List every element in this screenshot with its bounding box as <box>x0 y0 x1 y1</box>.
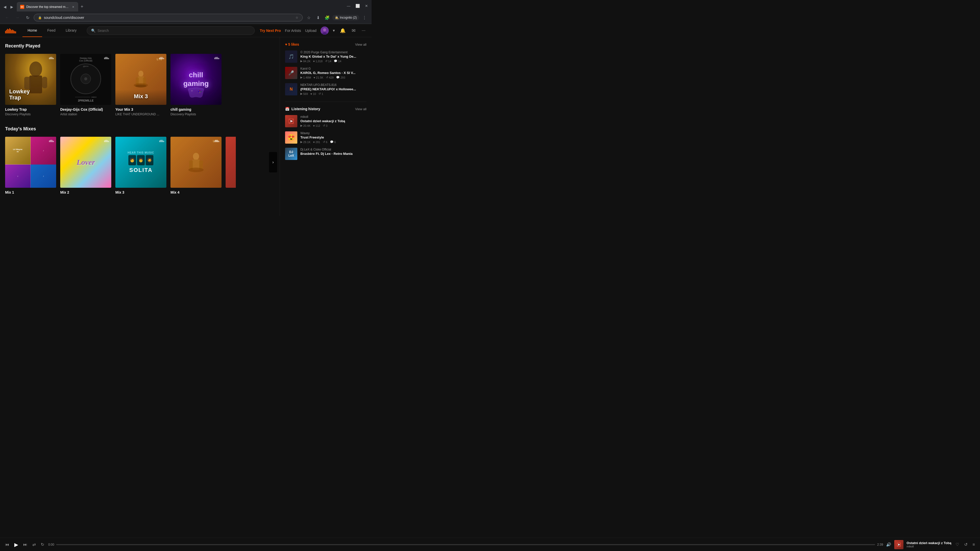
history-title-1: Ostatni dzień wakacji z Tobą <box>301 119 366 123</box>
history-track-3[interactable]: DJLeX Dj LeX & Ciske Official Brasbère F… <box>285 148 366 160</box>
plays-stat-1: ▶ 84.2K <box>301 59 310 63</box>
history-view-all[interactable]: View all <box>355 107 366 111</box>
nav-feed[interactable]: Feed <box>42 24 60 37</box>
track-artist-3: NEKTAR.UFO.BEATS.816 <box>301 83 366 87</box>
card-title-today-4: Mix 4 <box>170 190 221 194</box>
svg-rect-42 <box>161 57 161 59</box>
tab-close-button[interactable]: × <box>72 4 75 10</box>
content-area: Recently Played <box>0 37 280 216</box>
tab-forward-button[interactable]: ▶ <box>9 4 15 10</box>
svg-rect-27 <box>105 57 105 59</box>
sc-icon-today1 <box>49 139 54 143</box>
reposts-stat-2: ↺ 429 <box>326 76 334 79</box>
svg-rect-47 <box>164 58 164 59</box>
history-artist-1: mikoll <box>301 115 366 119</box>
messages-button[interactable]: ✉ <box>351 27 356 35</box>
card-art-mix3: LTU <box>115 54 166 105</box>
track-title-2: KAROL G, Romeo Santos - X SI V... <box>301 71 366 75</box>
track-artist-2: Karol G <box>301 67 366 70</box>
sidebar-track-2[interactable]: 🎤 Karol G KAROL G, Romeo Santos - X SI V… <box>285 67 366 79</box>
notifications-button[interactable]: 🔔 <box>339 27 347 35</box>
card-mix-today-3[interactable]: HEAR THIS MUSIC 🧑 👨 🧔 SOLITA <box>115 137 166 195</box>
card-subtitle-mix3: LIKE THAT UNDERGROUND ... <box>115 113 166 116</box>
card-deejay-gijs[interactable]: Deejay-GijsCox (Official) gijscox <box>60 54 111 116</box>
tab-favicon: SC <box>20 5 24 9</box>
user-avatar[interactable] <box>321 27 329 35</box>
browser-toolbar: ← → ↻ 🔒 soundcloud.com/discover ☆ ☆ ⬇ 🧩 … <box>0 11 372 24</box>
incognito-label: Incognito (2) <box>340 16 357 19</box>
svg-rect-33 <box>109 58 109 59</box>
extensions-button[interactable]: 🧩 <box>323 14 331 22</box>
svg-point-90 <box>188 168 204 172</box>
minimize-button[interactable]: — <box>345 3 352 9</box>
lock-icon: 🔒 <box>38 16 42 19</box>
svg-rect-93 <box>216 140 216 142</box>
new-tab-button[interactable]: + <box>79 3 86 11</box>
close-window-button[interactable]: ✕ <box>363 3 369 9</box>
svg-rect-68 <box>53 141 53 142</box>
sidebar-track-3[interactable]: N NEKTAR.UFO.BEATS.816 (FREE) NEKTAR.UFO… <box>285 83 366 95</box>
svg-rect-30 <box>107 57 107 59</box>
incognito-badge[interactable]: 🕵️ Incognito (2) <box>332 15 360 21</box>
nav-home[interactable]: Home <box>22 24 42 37</box>
likes-count-text: 5 likes <box>288 42 299 46</box>
card-lowkey-trap[interactable]: LowkeyTrap Lowkey Trap Discovery Playlis… <box>5 54 56 116</box>
history-thumb-1 <box>285 115 298 127</box>
maximize-button[interactable]: ⬜ <box>354 3 361 9</box>
card-art-deejay: Deejay-GijsCox (Official) gijscox <box>60 54 111 105</box>
try-next-pro-link[interactable]: Try Next Pro <box>260 29 281 33</box>
svg-rect-91 <box>215 141 215 142</box>
svg-rect-8 <box>13 30 14 33</box>
active-tab[interactable]: SC Discover the top streamed mus... × <box>17 2 78 11</box>
toolbar-actions: ☆ ⬇ 🧩 🕵️ Incognito (2) ⋮ <box>305 14 369 22</box>
search-container: 🔍 <box>87 26 255 35</box>
more-nav-button[interactable]: ··· <box>361 27 366 34</box>
more-button[interactable]: ⋮ <box>360 14 369 22</box>
history-artist-2: Wavey <box>301 131 366 135</box>
h-plays-2: ▶ 29.1K <box>301 140 310 144</box>
card-mix-today-4[interactable]: LTU <box>170 137 221 195</box>
card-title-today-3: Mix 3 <box>115 190 166 194</box>
carousel-next-button[interactable]: › <box>269 152 277 172</box>
forward-button[interactable]: → <box>13 14 21 22</box>
card-mix-today-2[interactable]: Lover Mix 2 <box>60 137 111 195</box>
likes-view-all[interactable]: View all <box>355 43 366 46</box>
sidebar-track-1[interactable]: 🎵 © 2020 Purge Gang Entertainment King K… <box>285 51 366 63</box>
avatar-dropdown-icon[interactable]: ▾ <box>333 28 335 33</box>
search-input-wrapper[interactable]: 🔍 <box>87 26 255 35</box>
tab-back-button[interactable]: ◀ <box>2 4 8 10</box>
svg-rect-75 <box>107 140 108 142</box>
track-info-1: © 2020 Purge Gang Entertainment King K G… <box>301 51 366 63</box>
sc-logo[interactable] <box>5 25 16 36</box>
track-title-3: (FREE) NEKTAR.UFO! x Hollowee... <box>301 87 366 91</box>
svg-rect-61 <box>219 58 220 59</box>
history-track-1[interactable]: mikoll Ostatni dzień wakacji z Tobą ▶ 20… <box>285 115 366 127</box>
download-button[interactable]: ⬇ <box>314 14 322 22</box>
card-title-today-1: Mix 1 <box>5 190 56 194</box>
search-input[interactable] <box>97 29 250 33</box>
track-thumb-2: 🎤 <box>285 67 298 79</box>
svg-rect-2 <box>7 29 8 33</box>
recently-played-title: Recently Played <box>5 43 275 49</box>
nav-library[interactable]: Library <box>60 24 82 37</box>
card-mix-today-1[interactable]: Lil WayneIV ♪ ♪ ♪ Mix 1 <box>5 137 56 195</box>
refresh-button[interactable]: ↻ <box>24 14 32 22</box>
address-bar[interactable]: 🔒 soundcloud.com/discover ☆ <box>34 14 303 21</box>
upload-link[interactable]: Upload <box>305 29 317 33</box>
history-track-2[interactable]: 😍 Wavey Trust Freestyle ▶ 29.1K ♥ 281 ↺ … <box>285 131 366 144</box>
card-art-lowkey-trap: LowkeyTrap <box>5 54 56 105</box>
card-your-mix-3[interactable]: LTU <box>115 54 166 116</box>
for-artists-link[interactable]: For Artists <box>285 29 301 33</box>
svg-point-14 <box>29 62 42 77</box>
svg-rect-24 <box>53 58 53 59</box>
history-stats-1: ▶ 20.4K ♥ 112 ↺ 3 <box>301 124 366 127</box>
svg-rect-79 <box>160 140 161 142</box>
svg-rect-98 <box>219 141 220 142</box>
card-mix-today-5[interactable] <box>226 137 236 195</box>
recently-played-cards: LowkeyTrap Lowkey Trap Discovery Playlis… <box>5 54 275 116</box>
bookmark-button[interactable]: ☆ <box>305 14 313 22</box>
svg-rect-41 <box>160 57 161 59</box>
back-button[interactable]: ← <box>3 14 11 22</box>
svg-rect-70 <box>104 141 105 142</box>
card-chill-gaming[interactable]: chillgaming chill gaming Discovery Playl… <box>170 54 221 116</box>
